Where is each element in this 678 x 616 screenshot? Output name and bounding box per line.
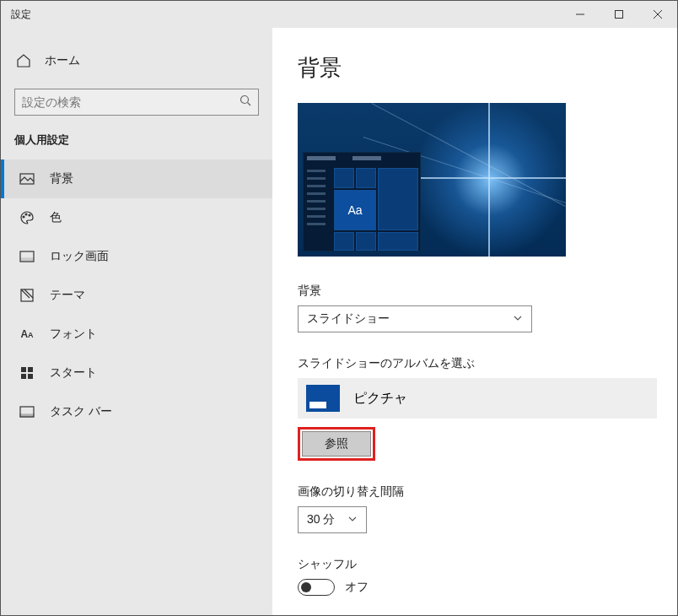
svg-rect-13 (21, 367, 26, 372)
sidebar-item-start[interactable]: スタート (1, 354, 272, 392)
sidebar-item-label: タスク バー (50, 404, 112, 419)
palette-icon (19, 210, 35, 225)
taskbar-icon (19, 404, 35, 419)
titlebar: 設定 (1, 1, 677, 28)
sidebar-item-font[interactable]: AA フォント (1, 315, 272, 354)
interval-dropdown[interactable]: 30 分 (298, 506, 367, 533)
start-icon (19, 365, 35, 381)
svg-rect-14 (28, 367, 33, 372)
search-input[interactable] (22, 95, 239, 109)
close-button[interactable] (638, 1, 677, 28)
shuffle-label: シャッフル (298, 557, 652, 572)
search-icon (239, 95, 251, 110)
background-dropdown-value: スライドショー (307, 311, 390, 327)
sidebar-item-lockscreen[interactable]: ロック画面 (1, 237, 272, 276)
home-label: ホーム (45, 53, 80, 68)
album-field-label: スライドショーのアルバムを選ぶ (298, 356, 652, 371)
svg-point-8 (25, 213, 27, 215)
maximize-button[interactable] (600, 1, 638, 28)
background-dropdown[interactable]: スライドショー (298, 305, 532, 332)
sidebar-item-label: テーマ (50, 288, 85, 303)
page-title: 背景 (298, 53, 652, 83)
interval-field-label: 画像の切り替え間隔 (298, 484, 652, 500)
theme-icon (19, 288, 35, 303)
background-field-label: 背景 (298, 284, 652, 299)
section-label: 個人用設定 (1, 132, 272, 148)
lockscreen-icon (19, 249, 35, 264)
browse-button[interactable]: 参照 (302, 431, 371, 457)
browse-button-label: 参照 (325, 436, 348, 451)
main-panel: 背景 Aa 背景 スライドショー (272, 28, 677, 615)
sidebar-item-label: スタート (50, 365, 97, 381)
sidebar-item-background[interactable]: 背景 (1, 159, 272, 198)
chevron-down-icon (347, 513, 358, 527)
highlight-box: 参照 (298, 427, 375, 461)
sidebar: ホーム 個人用設定 背景 色 ロック画面 (1, 28, 272, 615)
svg-point-4 (241, 96, 249, 104)
album-thumbnail (306, 385, 340, 412)
sidebar-item-label: 背景 (50, 171, 73, 186)
svg-rect-18 (20, 414, 34, 417)
album-row[interactable]: ピクチャ (298, 378, 657, 419)
sidebar-item-label: フォント (50, 327, 97, 342)
svg-rect-15 (21, 374, 26, 379)
svg-rect-16 (28, 374, 33, 379)
search-box[interactable] (14, 89, 259, 116)
interval-value: 30 分 (307, 512, 335, 527)
svg-rect-1 (616, 11, 623, 19)
image-icon (19, 171, 35, 186)
sidebar-item-color[interactable]: 色 (1, 198, 272, 237)
background-preview: Aa (298, 103, 566, 257)
preview-sample-tile: Aa (334, 190, 376, 230)
shuffle-toggle[interactable] (298, 579, 335, 596)
svg-point-7 (23, 216, 24, 218)
font-icon: AA (19, 327, 35, 342)
shuffle-value: オフ (345, 580, 369, 595)
album-name: ピクチャ (353, 390, 407, 408)
svg-point-9 (29, 214, 30, 216)
sidebar-item-taskbar[interactable]: タスク バー (1, 392, 272, 431)
svg-rect-11 (21, 258, 33, 261)
settings-window: 設定 ホーム 個人用設定 (0, 0, 678, 616)
svg-line-5 (248, 103, 251, 106)
minimize-button[interactable] (561, 1, 600, 28)
sidebar-item-theme[interactable]: テーマ (1, 276, 272, 315)
sidebar-item-label: ロック画面 (50, 249, 109, 264)
chevron-down-icon (513, 312, 523, 326)
window-title: 設定 (11, 8, 31, 22)
home-icon (16, 53, 31, 68)
sidebar-item-label: 色 (50, 210, 62, 225)
home-link[interactable]: ホーム (1, 48, 272, 73)
